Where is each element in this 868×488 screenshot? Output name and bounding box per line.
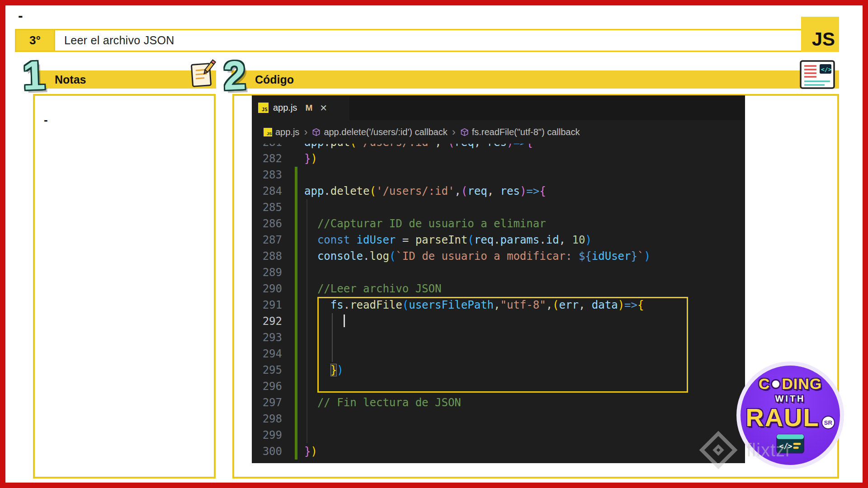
js-file-icon: JS	[264, 128, 272, 136]
svg-text:</>: </>	[779, 442, 793, 450]
page-title: Leer el archivo JSON	[55, 30, 838, 51]
code-line[interactable]: 284app.delete('/users/:id',(req, res)=>{	[252, 183, 745, 199]
code-line[interactable]: 291 fs.readFile(usersFilePath,"utf-8",(e…	[252, 297, 745, 313]
code-line[interactable]: 287 const idUser = parseInt(req.params.i…	[252, 232, 745, 248]
code-text: app.put('/users/:id', (req, res)=>{	[282, 144, 533, 150]
line-number: 293	[252, 329, 282, 346]
symbol-cube-icon	[312, 128, 321, 136]
text-cursor	[344, 314, 345, 327]
line-number: 283	[252, 167, 282, 183]
code-line[interactable]: 292	[252, 313, 745, 329]
code-line[interactable]: 285	[252, 199, 745, 216]
line-number: 287	[252, 232, 282, 248]
line-number: 281	[252, 144, 282, 150]
chevron-right-icon: ›	[452, 127, 456, 137]
js-file-icon: JS	[258, 103, 269, 113]
vscode-editor: JS app.js M ✕ JSapp.js›app.delete('/user…	[252, 95, 745, 463]
code-line[interactable]: 295 })	[252, 362, 745, 378]
code-line[interactable]: 288 console.log(`ID de usuario a modific…	[252, 248, 745, 264]
line-number: 284	[252, 183, 282, 199]
code-text: //Leer archivo JSON	[282, 281, 441, 297]
line-number: 300	[252, 443, 282, 460]
svg-text:</>: </>	[821, 66, 832, 73]
code-line[interactable]: 294	[252, 346, 745, 362]
notes-title: Notas	[55, 73, 86, 86]
code-line[interactable]: 286 //Capturar ID de usuario a eliminar	[252, 216, 745, 232]
code-text: console.log(`ID de usuario a modificar: …	[282, 248, 651, 264]
breadcrumb-label: app.delete('/users/:id') callback	[324, 127, 447, 137]
code-line[interactable]: 282})	[252, 150, 745, 167]
code-line[interactable]: 296	[252, 378, 745, 394]
code-line[interactable]: 281app.put('/users/:id', (req, res)=>{	[252, 144, 745, 150]
top-dash: -	[18, 7, 23, 24]
header-number: 3°	[16, 30, 55, 51]
code-line[interactable]: 283	[252, 167, 745, 183]
logo-coding-text: CDING	[759, 375, 822, 393]
page: - 3° Leer el archivo JSON JS 1 Notas - 2…	[0, 0, 868, 488]
logo-raul-text: RAUL	[745, 405, 820, 430]
line-number: 297	[252, 394, 282, 411]
code-text	[282, 199, 304, 216]
symbol-cube-icon	[460, 128, 469, 136]
line-number: 286	[252, 216, 282, 232]
code-header: Código	[231, 70, 839, 89]
line-number: 294	[252, 346, 282, 362]
breadcrumb-item[interactable]: app.delete('/users/:id') callback	[312, 127, 447, 137]
code-window-icon: </>	[776, 434, 804, 455]
breadcrumb-label: app.js	[275, 127, 299, 137]
code-text: // Fin lectura de JSON	[282, 394, 461, 411]
line-number: 296	[252, 378, 282, 394]
chevron-right-icon: ›	[304, 127, 307, 137]
tab-appjs[interactable]: JS app.js M ✕	[252, 95, 349, 120]
breadcrumb: JSapp.js›app.delete('/users/:id') callba…	[252, 120, 745, 144]
lightbulb-icon	[771, 379, 781, 389]
code-text	[282, 313, 345, 329]
code-rows: 281app.put('/users/:id', (req, res)=>{28…	[252, 144, 745, 460]
code-document-icon: </>	[798, 58, 836, 93]
logo-with-text: WITH	[775, 394, 805, 404]
line-number: 299	[252, 427, 282, 443]
code-text: })	[282, 362, 344, 378]
coding-with-raul-logo: CDING WITH RAUL SR </>	[736, 361, 844, 469]
notes-dash: -	[44, 113, 214, 127]
line-number: 298	[252, 411, 282, 427]
close-icon[interactable]: ✕	[320, 103, 327, 113]
code-text	[282, 346, 304, 362]
code-line[interactable]: 299	[252, 427, 745, 443]
line-number: 288	[252, 248, 282, 264]
line-number: 291	[252, 297, 282, 313]
line-number: 292	[252, 313, 282, 329]
code-text	[282, 329, 304, 346]
line-number: 285	[252, 199, 282, 216]
code-text	[282, 378, 304, 394]
notes-box: -	[33, 94, 216, 479]
header-bar: 3° Leer el archivo JSON	[15, 29, 839, 52]
breadcrumb-item[interactable]: JSapp.js	[264, 127, 299, 137]
code-line[interactable]: 289	[252, 264, 745, 281]
code-line[interactable]: 297 // Fin lectura de JSON	[252, 394, 745, 411]
tab-label: app.js	[273, 103, 297, 113]
code-line[interactable]: 300})	[252, 443, 745, 460]
memo-icon	[189, 59, 216, 90]
breadcrumb-item[interactable]: fs.readFile("utf-8") callback	[460, 127, 580, 137]
code-text	[282, 167, 304, 183]
code-text: })	[282, 150, 317, 167]
code-line[interactable]: 293	[252, 329, 745, 346]
code-text: fs.readFile(usersFilePath,"utf-8",(err, …	[282, 297, 644, 313]
code-text: })	[282, 443, 317, 460]
code-editor[interactable]: 281app.put('/users/:id', (req, res)=>{28…	[252, 144, 745, 463]
code-text: app.delete('/users/:id',(req, res)=>{	[282, 183, 546, 199]
sr-badge: SR	[821, 416, 835, 429]
line-number: 289	[252, 264, 282, 281]
line-number: 290	[252, 281, 282, 297]
line-number: 295	[252, 362, 282, 378]
code-line[interactable]: 290 //Leer archivo JSON	[252, 281, 745, 297]
code-text: const idUser = parseInt(req.params.id, 1…	[282, 232, 592, 248]
code-line[interactable]: 298	[252, 411, 745, 427]
editor-tab-bar: JS app.js M ✕	[252, 95, 745, 120]
breadcrumb-label: fs.readFile("utf-8") callback	[472, 127, 580, 137]
code-text	[282, 264, 304, 281]
code-text	[282, 411, 304, 427]
code-text	[282, 427, 304, 443]
js-logo-badge: JS	[801, 17, 839, 52]
